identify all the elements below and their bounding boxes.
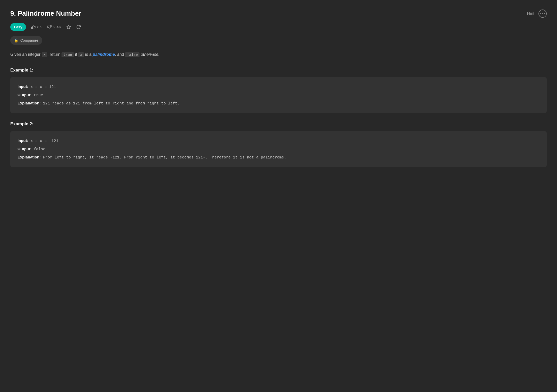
downvote-action[interactable]: 2.4K xyxy=(47,24,61,30)
header-actions: Hint xyxy=(527,10,547,18)
x-inline-code-2: x xyxy=(78,52,84,57)
companies-button[interactable]: 🔒 Companies xyxy=(10,36,42,45)
more-dots-icon xyxy=(540,13,545,14)
svg-marker-0 xyxy=(67,25,71,29)
difficulty-badge[interactable]: Easy xyxy=(10,23,26,31)
desc-prefix: Given an integer xyxy=(10,52,42,57)
desc-middle: , return xyxy=(47,52,62,57)
example-1-output: Output: true xyxy=(18,91,539,99)
header: 9. Palindrome Number Hint xyxy=(10,8,547,19)
lock-icon: 🔒 xyxy=(14,38,18,43)
star-action[interactable] xyxy=(66,25,71,29)
star-icon xyxy=(66,25,71,29)
example-1-section: Example 1: Input: x = x = 121 Output: tr… xyxy=(10,67,547,113)
thumbs-down-icon xyxy=(47,25,52,29)
example-2-output: Output: false xyxy=(18,145,539,153)
example-1-block: Input: x = x = 121 Output: true Explanat… xyxy=(10,77,547,113)
desc-and-text: , and xyxy=(115,52,125,57)
x-inline-code-1: x xyxy=(42,52,47,57)
example-1-input: Input: x = x = 121 xyxy=(18,83,539,91)
example-2-input: Input: x = x = -121 xyxy=(18,137,539,145)
desc-suffix: otherwise. xyxy=(140,52,159,57)
desc-is-a: is a xyxy=(84,52,93,57)
more-options-button[interactable] xyxy=(538,10,547,18)
example-2-title: Example 2: xyxy=(10,120,547,127)
example-1-title: Example 1: xyxy=(10,67,547,74)
problem-description: Given an integer x, return true if x is … xyxy=(10,51,547,58)
companies-row: 🔒 Companies xyxy=(10,36,547,45)
downvote-count: 2.4K xyxy=(53,24,61,30)
palindrome-link[interactable]: palindrome xyxy=(93,52,115,57)
companies-label: Companies xyxy=(20,38,39,43)
upvote-action[interactable]: 8K xyxy=(31,24,42,30)
page-title: 9. Palindrome Number xyxy=(10,8,81,19)
hint-button[interactable]: Hint xyxy=(527,11,534,16)
refresh-icon xyxy=(76,25,81,29)
example-2-block: Input: x = x = -121 Output: false Explan… xyxy=(10,131,547,167)
desc-if-text: if xyxy=(74,52,78,57)
example-2-section: Example 2: Input: x = x = -121 Output: f… xyxy=(10,120,547,167)
thumbs-up-icon xyxy=(31,25,36,29)
false-inline-code: false xyxy=(125,52,140,57)
example-1-explanation: Explanation: 121 reads as 121 from left … xyxy=(18,99,539,108)
upvote-count: 8K xyxy=(37,24,42,30)
meta-row: Easy 8K 2.4K xyxy=(10,23,547,31)
refresh-action[interactable] xyxy=(76,25,81,29)
example-2-explanation: Explanation: From left to right, it read… xyxy=(18,153,539,162)
true-inline-code: true xyxy=(62,52,74,57)
